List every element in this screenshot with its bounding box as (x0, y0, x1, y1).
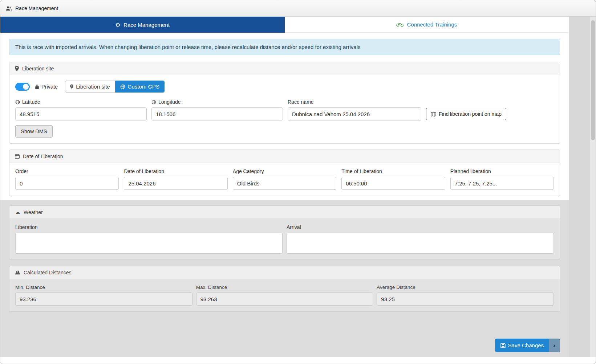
footer-actions: Save Changes ▲ (9, 339, 560, 357)
liberation-site-body: Private (9, 75, 560, 143)
private-toggle-knob (23, 84, 29, 90)
latitude-field: Latitude (15, 99, 147, 120)
tab-race-management[interactable]: ⚙ Race Management (0, 17, 285, 33)
planned-liberation-field: Planned liberation (450, 168, 554, 190)
tab-connected-trainings-label: Connected Trainings (407, 21, 457, 28)
average-distance-label: Average Distance (377, 285, 554, 290)
latitude-input[interactable] (15, 107, 147, 120)
calculated-distances-header: Calculated Distances (9, 266, 560, 279)
save-options-dropup-button[interactable]: ▲ (549, 339, 560, 352)
age-category-label: Age Category (233, 168, 336, 174)
save-icon (500, 343, 506, 348)
longitude-input[interactable] (151, 107, 283, 120)
liberation-weather-textarea[interactable] (15, 233, 283, 254)
calculated-distances-title: Calculated Distances (24, 270, 72, 275)
order-field: Order (15, 168, 119, 190)
caret-up-icon: ▲ (553, 344, 556, 347)
private-row: Private (15, 81, 554, 93)
custom-gps-mode-button[interactable]: Custom GPS (115, 81, 165, 93)
min-distance-field: Min. Distance (15, 285, 192, 306)
users-icon (6, 6, 12, 11)
weather-body: Liberation Arrival (9, 219, 560, 259)
scrollbar-track[interactable] (590, 17, 596, 357)
calculated-distances-body: Min. Distance Max. Distance Average Dist… (9, 279, 560, 311)
age-category-input[interactable] (233, 177, 336, 190)
date-of-liberation-title: Date of Liberation (23, 154, 63, 159)
show-dms-button[interactable]: Show DMS (15, 125, 53, 138)
liberation-site-mode-label: Liberation site (76, 83, 110, 90)
planned-liberation-input[interactable] (450, 177, 554, 190)
min-distance-label: Min. Distance (15, 285, 192, 290)
globe-icon (15, 100, 20, 105)
arrival-weather-textarea[interactable] (287, 233, 554, 254)
arrival-weather-label: Arrival (287, 224, 554, 230)
date-of-liberation-header: Date of Liberation (9, 150, 560, 163)
max-distance-input (196, 293, 373, 306)
save-changes-button[interactable]: Save Changes (495, 339, 549, 352)
weather-title: Weather (24, 209, 43, 215)
liberation-date-field: Date of Liberation (124, 168, 227, 190)
window-title: Race Management (15, 5, 58, 11)
map-icon (431, 112, 436, 116)
find-liberation-point-button[interactable]: Find liberation point on map (426, 108, 506, 120)
distance-fields-row: Min. Distance Max. Distance Average Dist… (15, 285, 554, 306)
scrollbar-thumb[interactable] (591, 20, 595, 140)
race-name-label: Race name (288, 99, 421, 105)
max-distance-label: Max. Distance (196, 285, 373, 290)
planned-liberation-label: Planned liberation (450, 168, 554, 174)
order-input[interactable] (15, 177, 119, 190)
liberation-weather-label: Liberation (15, 224, 283, 230)
tab-connected-trainings[interactable]: Connected Trainings (285, 17, 569, 33)
latitude-label: Latitude (15, 99, 147, 105)
road-icon (15, 270, 20, 275)
order-label: Order (15, 168, 119, 174)
race-name-input[interactable] (288, 107, 421, 120)
lock-icon (35, 84, 39, 89)
liberation-time-input[interactable] (341, 177, 445, 190)
weather-header: ☁ Weather (9, 206, 560, 219)
race-management-window: Race Management ⚙ Race Management (0, 0, 596, 364)
globe-icon (120, 84, 125, 89)
window-titlebar: Race Management (0, 0, 596, 17)
liberation-site-panel: Liberation site (9, 62, 560, 144)
liberation-time-label: Time of Liberation (341, 168, 445, 174)
average-distance-field: Average Distance (377, 285, 554, 306)
race-name-field: Race name (288, 99, 421, 120)
max-distance-field: Max. Distance (196, 285, 373, 306)
map-marker-icon (70, 84, 73, 89)
main-area: ⚙ Race Management Connected Trainings (0, 17, 596, 364)
lock-wrap: Private (35, 84, 58, 90)
gears-icon: ⚙ (115, 22, 120, 28)
save-changes-label: Save Changes (508, 342, 544, 348)
tab-race-management-label: Race Management (123, 22, 170, 28)
calculated-distances-panel: Calculated Distances Min. Distance Max. … (9, 266, 560, 312)
latitude-label-text: Latitude (22, 99, 40, 105)
lower-section: ☁ Weather Liberation Arrival (0, 200, 569, 357)
arrival-weather-field: Arrival (287, 224, 554, 254)
liberation-site-title: Liberation site (22, 66, 54, 71)
site-mode-group: Liberation site (65, 81, 165, 93)
race-name-label-text: Race name (288, 99, 314, 105)
liberation-site-header: Liberation site (9, 62, 560, 75)
weather-fields-row: Liberation Arrival (15, 224, 554, 254)
cloud-icon: ☁ (15, 209, 20, 216)
date-of-liberation-panel: Date of Liberation Order Date of Liberat… (9, 150, 560, 196)
average-distance-input (377, 293, 554, 306)
bicycle-icon (396, 22, 404, 27)
private-label: Private (41, 84, 58, 90)
liberation-date-label: Date of Liberation (124, 168, 227, 174)
imported-arrivals-alert: This is race with imported arrivals. Whe… (9, 39, 560, 55)
age-category-field: Age Category (233, 168, 336, 190)
content-column: ⚙ Race Management Connected Trainings (0, 17, 569, 364)
min-distance-input (15, 293, 192, 306)
longitude-label-text: Longitude (158, 99, 181, 105)
liberation-time-field: Time of Liberation (341, 168, 445, 190)
private-toggle[interactable] (15, 83, 30, 91)
weather-panel: ☁ Weather Liberation Arrival (9, 205, 560, 260)
liberation-site-mode-button[interactable]: Liberation site (65, 81, 115, 93)
date-fields-row: Order Date of Liberation Age Category (15, 168, 554, 190)
upper-section: This is race with imported arrivals. Whe… (0, 33, 569, 200)
show-dms-label: Show DMS (21, 128, 47, 134)
globe-icon (151, 100, 156, 105)
liberation-date-input[interactable] (124, 177, 227, 190)
